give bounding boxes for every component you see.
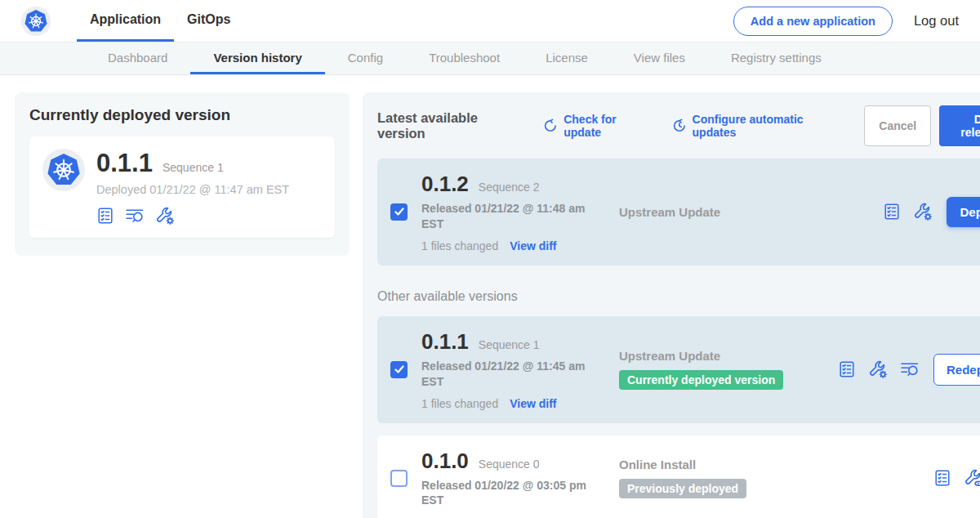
deployed-sequence: Sequence 1 <box>163 161 224 174</box>
version-actions <box>838 359 920 379</box>
configure-automatic-updates-label: Configure automatic updates <box>693 113 849 139</box>
subtab-license-label: License <box>546 51 588 65</box>
deployed-timestamp: Deployed 01/21/22 @ 11:47 am EST <box>96 183 289 196</box>
deployed-version-number: 0.1.1 <box>96 149 153 178</box>
app-sub-nav: Dashboard Version history Config Trouble… <box>0 42 980 75</box>
view-diff-link[interactable]: View diff <box>510 397 556 410</box>
version-sequence: Sequence 1 <box>479 338 540 351</box>
tab-application-label: Application <box>90 12 161 27</box>
tab-gitops-label: GitOps <box>187 12 230 27</box>
version-number: 0.1.2 <box>421 172 469 197</box>
version-row-0-1-2: 0.1.2 Sequence 2 Released 01/21/22 @ 11:… <box>377 159 980 266</box>
preflight-results-icon[interactable] <box>900 359 920 379</box>
version-number: 0.1.0 <box>421 449 469 474</box>
version-info: 0.1.0 Sequence 0 Released 01/20/22 @ 03:… <box>421 449 596 509</box>
latest-available-title: Latest available version <box>377 110 527 141</box>
subtab-registry-settings-label: Registry settings <box>731 51 822 65</box>
check-for-update-link[interactable]: Check for update <box>543 113 655 139</box>
deployed-version-info: 0.1.1 Sequence 1 Deployed 01/21/22 @ 11:… <box>96 149 289 226</box>
subtab-troubleshoot[interactable]: Troubleshoot <box>406 42 523 74</box>
topnav-right: Add a new application Log out <box>733 0 959 42</box>
checkmark-icon <box>394 364 405 375</box>
currently-deployed-title: Currently deployed version <box>29 106 335 124</box>
deployed-version-card: 0.1.1 Sequence 1 Deployed 01/21/22 @ 11:… <box>29 136 335 238</box>
subtab-registry-settings[interactable]: Registry settings <box>708 42 844 74</box>
kubernetes-app-icon <box>42 149 85 191</box>
clock-arrow-icon <box>672 118 687 133</box>
version-number: 0.1.1 <box>421 329 469 355</box>
subtab-view-files[interactable]: View files <box>611 42 708 74</box>
edit-config-icon[interactable] <box>868 359 888 379</box>
top-nav: Application GitOps Add a new application… <box>0 0 980 42</box>
subtab-version-history[interactable]: Version history <box>190 42 324 74</box>
release-notes-icon[interactable] <box>96 207 114 225</box>
version-status: Online Install Previously deployed <box>619 458 838 498</box>
subtab-config-label: Config <box>348 51 383 65</box>
version-row-0-1-1: 0.1.1 Sequence 1 Released 01/21/22 @ 11:… <box>377 316 980 423</box>
subtab-view-files-label: View files <box>634 51 685 65</box>
release-notes-icon[interactable] <box>838 360 856 378</box>
kubernetes-logo-icon <box>21 7 51 36</box>
release-notes-icon[interactable] <box>883 203 901 221</box>
version-source: Upstream Update <box>619 205 838 219</box>
currently-deployed-badge: Currently deployed version <box>619 370 783 390</box>
subtab-license[interactable]: License <box>523 42 611 74</box>
version-source: Upstream Update <box>619 349 838 363</box>
subtab-version-history-label: Version history <box>213 51 301 65</box>
version-source: Online Install <box>619 458 838 471</box>
release-notes-icon[interactable] <box>933 469 951 487</box>
main-content: Currently deployed version 0.1.1 Sequenc… <box>0 75 980 518</box>
other-available-versions-title: Other available versions <box>377 289 980 304</box>
version-checkbox[interactable] <box>390 361 408 378</box>
cancel-button[interactable]: Cancel <box>864 105 931 146</box>
available-versions-panel: Latest available version Check for updat… <box>363 92 980 518</box>
version-actions <box>883 202 933 221</box>
app-logo <box>21 0 51 42</box>
diff-releases-button[interactable]: Diff releases <box>939 105 980 146</box>
header-buttons: Cancel Diff releases <box>864 105 980 146</box>
tab-gitops[interactable]: GitOps <box>174 0 243 42</box>
configure-automatic-updates-link[interactable]: Configure automatic updates <box>672 113 848 139</box>
version-sequence: Sequence 0 <box>479 458 540 471</box>
subtab-troubleshoot-label: Troubleshoot <box>429 51 500 65</box>
edit-config-icon[interactable] <box>913 202 933 221</box>
check-for-update-label: Check for update <box>564 113 656 139</box>
released-timestamp: Released 01/21/22 @ 11:48 am EST <box>421 201 595 232</box>
tab-application[interactable]: Application <box>77 0 174 42</box>
version-info: 0.1.2 Sequence 2 Released 01/21/22 @ 11:… <box>421 172 596 252</box>
version-checkbox[interactable] <box>390 203 408 221</box>
edit-config-icon[interactable] <box>155 206 175 226</box>
released-timestamp: Released 01/20/22 @ 03:05 pm EST <box>421 478 595 509</box>
refresh-icon <box>543 118 558 133</box>
version-sequence: Sequence 2 <box>479 181 540 194</box>
version-row-0-1-0: 0.1.0 Sequence 0 Released 01/20/22 @ 03:… <box>377 435 980 518</box>
version-checkbox[interactable] <box>390 470 408 487</box>
view-diff-link[interactable]: View diff <box>510 239 556 252</box>
version-status: Upstream Update <box>619 205 838 219</box>
files-changed-label: 1 files changed <box>421 239 498 252</box>
deployed-actions <box>96 206 289 226</box>
currently-deployed-panel: Currently deployed version 0.1.1 Sequenc… <box>15 92 350 256</box>
checkmark-icon <box>394 206 405 217</box>
subtab-dashboard-label: Dashboard <box>108 51 167 65</box>
preflight-results-icon[interactable] <box>125 206 145 226</box>
redeploy-button[interactable]: Redeploy <box>933 354 980 386</box>
subtab-config[interactable]: Config <box>325 42 406 74</box>
version-actions <box>933 468 980 488</box>
add-new-application-button[interactable]: Add a new application <box>733 7 893 36</box>
previously-deployed-badge: Previously deployed <box>619 479 746 498</box>
logout-link[interactable]: Log out <box>914 13 959 29</box>
released-timestamp: Released 01/21/22 @ 11:45 am EST <box>421 359 595 390</box>
files-changed-label: 1 files changed <box>421 397 498 410</box>
subtab-dashboard[interactable]: Dashboard <box>85 42 190 74</box>
view-config-icon[interactable] <box>964 468 980 488</box>
deploy-button[interactable]: Deploy <box>947 197 980 227</box>
version-info: 0.1.1 Sequence 1 Released 01/21/22 @ 11:… <box>421 329 596 410</box>
latest-available-header: Latest available version Check for updat… <box>377 105 980 146</box>
version-status: Upstream Update Currently deployed versi… <box>619 349 838 390</box>
